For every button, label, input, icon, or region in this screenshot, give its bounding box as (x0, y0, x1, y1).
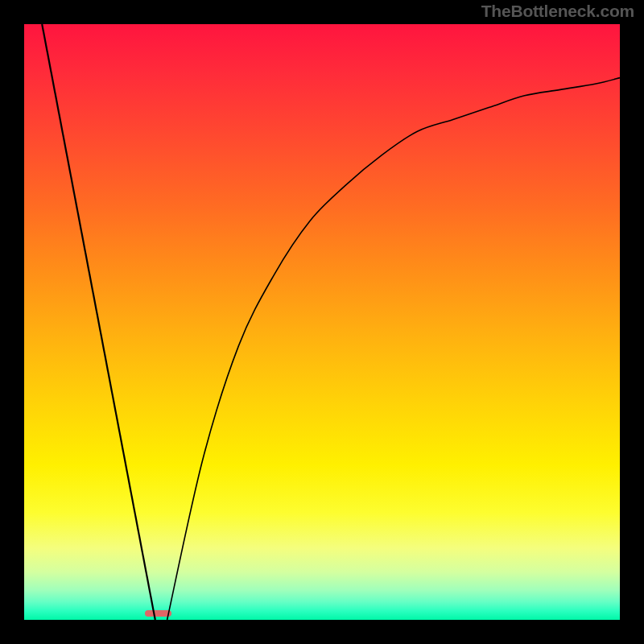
chart-curves (24, 24, 620, 620)
watermark-text: TheBottleneck.com (481, 2, 634, 21)
curve-right-segment (167, 78, 620, 620)
curve-left-segment (42, 24, 155, 620)
plot-area (24, 24, 620, 620)
